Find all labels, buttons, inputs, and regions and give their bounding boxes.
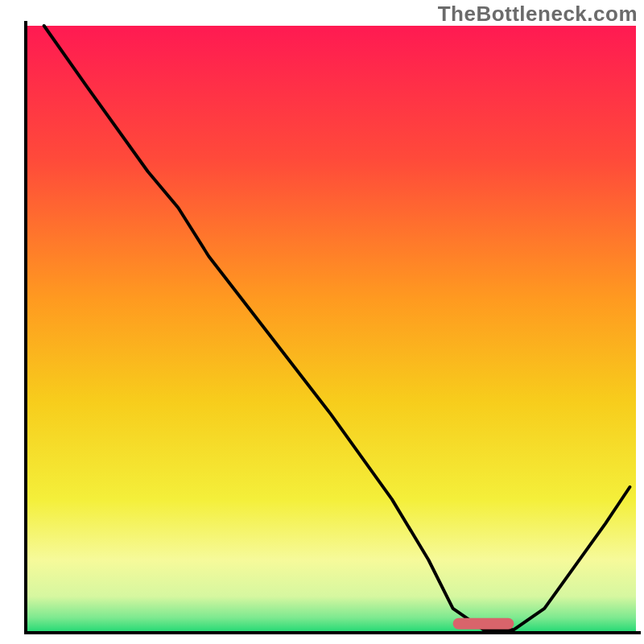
optimum-marker [453,618,514,630]
chart-svg [0,0,644,644]
watermark-text: TheBottleneck.com [438,2,638,27]
bottleneck-chart: TheBottleneck.com [0,0,644,644]
gradient-background [26,26,636,633]
